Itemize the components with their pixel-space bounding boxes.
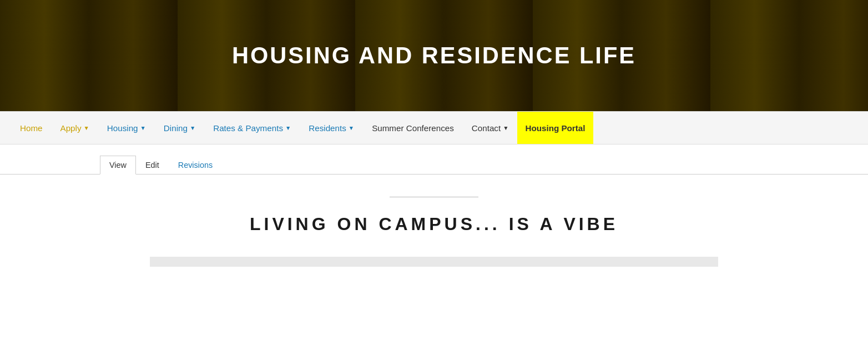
nav-dining[interactable]: Dining ▼ [155,112,204,144]
tab-edit[interactable]: Edit [136,156,169,174]
nav-residents[interactable]: Residents ▼ [300,112,363,144]
hero-banner: HOUSING AND RESIDENCE LIFE [0,0,868,111]
nav-portal[interactable]: Housing Portal [517,112,593,144]
tab-view[interactable]: View [100,156,136,175]
nav-contact[interactable]: Contact ▼ [463,112,518,144]
nav-rates[interactable]: Rates & Payments ▼ [204,112,300,144]
tab-revisions[interactable]: Revisions [169,156,222,174]
nav-apply[interactable]: Apply ▼ [52,112,98,144]
divider [390,197,478,197]
bottom-bar [150,257,718,267]
residents-dropdown-icon: ▼ [349,125,354,131]
content-area: LIVING ON CAMPUS... IS A VIBE [0,175,868,289]
rates-dropdown-icon: ▼ [285,125,291,131]
nav-home[interactable]: Home [11,112,52,144]
page-heading: LIVING ON CAMPUS... IS A VIBE [100,214,768,235]
navbar: Home Apply ▼ Housing ▼ Dining ▼ Rates & … [0,111,868,144]
housing-dropdown-icon: ▼ [140,125,146,131]
nav-summer[interactable]: Summer Conferences [363,112,463,144]
dining-dropdown-icon: ▼ [190,125,195,131]
hero-title: HOUSING AND RESIDENCE LIFE [232,42,636,69]
contact-dropdown-icon: ▼ [503,125,508,131]
apply-dropdown-icon: ▼ [84,125,89,131]
tab-bar: View Edit Revisions [0,156,868,175]
nav-housing[interactable]: Housing ▼ [98,112,155,144]
